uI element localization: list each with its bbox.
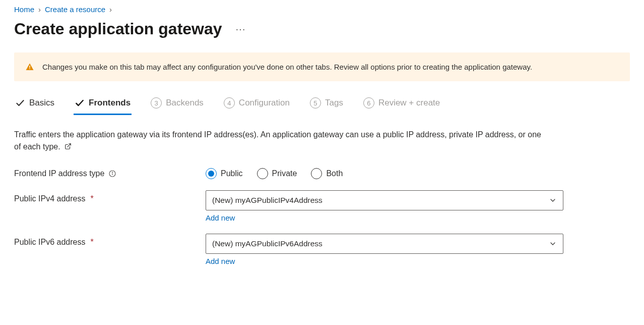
link-add-new-ipv6[interactable]: Add new	[206, 257, 235, 265]
svg-rect-1	[29, 68, 30, 69]
warning-icon	[25, 63, 34, 72]
warning-text: Changes you make on this tab may affect …	[42, 62, 532, 72]
tab-tags[interactable]: 5 Tags	[309, 95, 344, 115]
tab-basics[interactable]: Basics	[14, 95, 55, 115]
step-number-icon: 4	[224, 97, 235, 109]
chevron-down-icon	[549, 240, 557, 248]
svg-rect-0	[29, 66, 30, 68]
select-public-ipv6[interactable]: (New) myAGPublicIPv6Address	[206, 234, 563, 254]
info-icon[interactable]	[108, 170, 116, 178]
tab-backends-label: Backends	[166, 98, 204, 108]
tab-frontends[interactable]: Frontends	[74, 95, 132, 115]
step-number-icon: 6	[363, 97, 374, 109]
chevron-right-icon: ›	[109, 5, 112, 14]
wizard-tabs: Basics Frontends 3 Backends 4 Configurat…	[14, 95, 630, 116]
row-public-ipv4: Public IPv4 address * (New) myAGPublicIP…	[14, 190, 630, 223]
radio-group-frontend-ip-type: Public Private Both	[206, 168, 563, 179]
tab-review-create-label: Review + create	[378, 98, 440, 108]
select-public-ipv4-value: (New) myAGPublicIPv4Address	[212, 196, 323, 205]
chevron-right-icon: ›	[38, 5, 41, 14]
radio-both[interactable]: Both	[311, 168, 343, 179]
select-public-ipv4[interactable]: (New) myAGPublicIPv4Address	[206, 190, 563, 210]
radio-circle-icon	[311, 168, 322, 179]
check-icon	[15, 98, 25, 108]
breadcrumb-create-resource[interactable]: Create a resource	[45, 5, 105, 14]
select-public-ipv6-value: (New) myAGPublicIPv6Address	[212, 239, 323, 248]
tab-review-create[interactable]: 6 Review + create	[362, 95, 441, 115]
label-text: Public IPv6 address	[14, 238, 85, 247]
step-number-icon: 3	[151, 97, 162, 109]
radio-public[interactable]: Public	[206, 168, 243, 179]
label-frontend-ip-type: Frontend IP address type	[14, 169, 206, 178]
row-frontend-ip-type: Frontend IP address type Public Private …	[14, 168, 630, 179]
svg-point-5	[112, 172, 113, 173]
label-text: Public IPv4 address	[14, 194, 85, 203]
radio-both-label: Both	[326, 169, 343, 178]
label-public-ipv4: Public IPv4 address *	[14, 190, 206, 203]
tab-description-text: Traffic enters the application gateway v…	[14, 130, 541, 151]
page-title-row: Create application gateway ⋯	[14, 20, 630, 38]
external-link-icon[interactable]	[65, 143, 72, 150]
breadcrumb-home[interactable]: Home	[14, 5, 34, 14]
chevron-down-icon	[549, 196, 557, 204]
radio-circle-icon	[206, 168, 217, 179]
check-icon	[75, 98, 85, 108]
step-number-icon: 5	[310, 97, 321, 109]
tab-basics-label: Basics	[29, 98, 54, 108]
required-indicator: *	[90, 238, 93, 247]
row-public-ipv6: Public IPv6 address * (New) myAGPublicIP…	[14, 234, 630, 266]
required-indicator: *	[90, 194, 93, 203]
tab-backends[interactable]: 3 Backends	[150, 95, 205, 115]
page-title: Create application gateway	[14, 20, 222, 38]
more-actions-button[interactable]: ⋯	[231, 21, 250, 37]
label-text: Frontend IP address type	[14, 169, 104, 178]
tab-tags-label: Tags	[325, 98, 343, 108]
breadcrumb: Home › Create a resource ›	[14, 5, 630, 14]
radio-circle-icon	[257, 168, 268, 179]
svg-line-2	[68, 144, 71, 147]
radio-public-label: Public	[221, 169, 243, 178]
tab-configuration[interactable]: 4 Configuration	[223, 95, 291, 115]
label-public-ipv6: Public IPv6 address *	[14, 234, 206, 247]
warning-banner: Changes you make on this tab may affect …	[14, 52, 630, 81]
tab-configuration-label: Configuration	[239, 98, 290, 108]
link-add-new-ipv4[interactable]: Add new	[206, 213, 235, 222]
radio-private-label: Private	[272, 169, 297, 178]
tab-description: Traffic enters the application gateway v…	[14, 129, 543, 153]
radio-private[interactable]: Private	[257, 168, 297, 179]
tab-frontends-label: Frontends	[89, 98, 131, 108]
